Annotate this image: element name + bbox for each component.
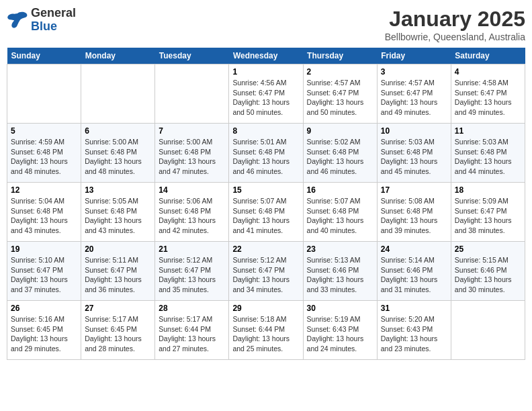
day-info: Sunrise: 5:03 AMSunset: 6:48 PMDaylight:… — [455, 137, 521, 177]
day-number: 29 — [232, 304, 299, 313]
calendar-week-2: 5Sunrise: 4:59 AMSunset: 6:48 PMDaylight… — [7, 124, 525, 183]
weekday-header-friday: Friday — [377, 48, 451, 64]
day-info: Sunrise: 5:12 AMSunset: 6:47 PMDaylight:… — [159, 255, 225, 295]
page-header: General Blue January 2025 Bellbowrie, Qu… — [7, 7, 525, 42]
calendar-week-1: 1Sunrise: 4:56 AMSunset: 6:47 PMDaylight… — [7, 64, 525, 124]
calendar-cell: 9Sunrise: 5:02 AMSunset: 6:48 PMDaylight… — [303, 124, 377, 183]
day-info: Sunrise: 5:00 AMSunset: 6:48 PMDaylight:… — [159, 137, 225, 177]
day-info: Sunrise: 5:10 AMSunset: 6:47 PMDaylight:… — [11, 255, 77, 295]
day-number: 27 — [85, 304, 151, 313]
calendar-cell — [81, 64, 155, 124]
calendar-cell: 1Sunrise: 4:56 AMSunset: 6:47 PMDaylight… — [229, 64, 303, 124]
calendar-cell: 27Sunrise: 5:17 AMSunset: 6:45 PMDayligh… — [81, 301, 155, 360]
day-info: Sunrise: 5:17 AMSunset: 6:44 PMDaylight:… — [159, 314, 225, 354]
day-info: Sunrise: 5:18 AMSunset: 6:44 PMDaylight:… — [232, 314, 299, 354]
day-info: Sunrise: 5:09 AMSunset: 6:47 PMDaylight:… — [455, 196, 521, 236]
day-info: Sunrise: 5:05 AMSunset: 6:48 PMDaylight:… — [85, 196, 151, 236]
day-info: Sunrise: 4:58 AMSunset: 6:47 PMDaylight:… — [455, 78, 521, 118]
calendar-cell: 25Sunrise: 5:15 AMSunset: 6:46 PMDayligh… — [451, 242, 525, 301]
day-info: Sunrise: 5:17 AMSunset: 6:45 PMDaylight:… — [85, 314, 151, 354]
day-number: 24 — [381, 244, 447, 254]
calendar-cell: 30Sunrise: 5:19 AMSunset: 6:43 PMDayligh… — [303, 301, 377, 360]
day-number: 3 — [381, 67, 447, 77]
day-number: 23 — [307, 244, 373, 254]
calendar-body: 1Sunrise: 4:56 AMSunset: 6:47 PMDaylight… — [7, 64, 525, 360]
day-number: 1 — [232, 67, 299, 77]
calendar-week-3: 12Sunrise: 5:04 AMSunset: 6:48 PMDayligh… — [7, 183, 525, 242]
calendar-title: January 2025 — [385, 7, 525, 32]
day-info: Sunrise: 5:08 AMSunset: 6:48 PMDaylight:… — [381, 196, 447, 236]
day-info: Sunrise: 5:02 AMSunset: 6:48 PMDaylight:… — [307, 137, 373, 177]
calendar-cell: 18Sunrise: 5:09 AMSunset: 6:47 PMDayligh… — [451, 183, 525, 242]
day-info: Sunrise: 5:20 AMSunset: 6:43 PMDaylight:… — [381, 314, 447, 354]
calendar-cell: 6Sunrise: 5:00 AMSunset: 6:48 PMDaylight… — [81, 124, 155, 183]
calendar-cell: 24Sunrise: 5:14 AMSunset: 6:46 PMDayligh… — [377, 242, 451, 301]
day-number: 22 — [232, 244, 299, 254]
calendar-cell: 10Sunrise: 5:03 AMSunset: 6:48 PMDayligh… — [377, 124, 451, 183]
calendar-cell: 13Sunrise: 5:05 AMSunset: 6:48 PMDayligh… — [81, 183, 155, 242]
day-info: Sunrise: 5:00 AMSunset: 6:48 PMDaylight:… — [85, 137, 151, 177]
day-info: Sunrise: 5:06 AMSunset: 6:48 PMDaylight:… — [159, 196, 225, 236]
calendar-cell: 15Sunrise: 5:07 AMSunset: 6:48 PMDayligh… — [229, 183, 303, 242]
day-info: Sunrise: 5:11 AMSunset: 6:47 PMDaylight:… — [85, 255, 151, 295]
day-number: 8 — [232, 126, 299, 136]
day-info: Sunrise: 4:57 AMSunset: 6:47 PMDaylight:… — [381, 78, 447, 118]
day-info: Sunrise: 5:15 AMSunset: 6:46 PMDaylight:… — [455, 255, 521, 295]
day-number: 12 — [11, 185, 77, 195]
calendar-cell: 11Sunrise: 5:03 AMSunset: 6:48 PMDayligh… — [451, 124, 525, 183]
day-number: 19 — [11, 244, 77, 254]
day-info: Sunrise: 4:59 AMSunset: 6:48 PMDaylight:… — [11, 137, 77, 177]
day-info: Sunrise: 5:14 AMSunset: 6:46 PMDaylight:… — [381, 255, 447, 295]
day-number: 16 — [307, 185, 373, 195]
calendar-cell: 4Sunrise: 4:58 AMSunset: 6:47 PMDaylight… — [451, 64, 525, 124]
calendar-cell: 19Sunrise: 5:10 AMSunset: 6:47 PMDayligh… — [7, 242, 81, 301]
day-info: Sunrise: 5:07 AMSunset: 6:48 PMDaylight:… — [307, 196, 373, 236]
calendar-table: SundayMondayTuesdayWednesdayThursdayFrid… — [7, 48, 525, 360]
day-info: Sunrise: 5:12 AMSunset: 6:47 PMDaylight:… — [232, 255, 299, 295]
day-number: 2 — [307, 67, 373, 77]
day-number: 9 — [307, 126, 373, 136]
calendar-cell: 28Sunrise: 5:17 AMSunset: 6:44 PMDayligh… — [155, 301, 229, 360]
day-number: 30 — [307, 304, 373, 313]
calendar-cell: 26Sunrise: 5:16 AMSunset: 6:45 PMDayligh… — [7, 301, 81, 360]
calendar-cell — [451, 301, 525, 360]
day-number: 21 — [159, 244, 225, 254]
weekday-header-row: SundayMondayTuesdayWednesdayThursdayFrid… — [7, 48, 525, 64]
calendar-week-4: 19Sunrise: 5:10 AMSunset: 6:47 PMDayligh… — [7, 242, 525, 301]
day-info: Sunrise: 4:57 AMSunset: 6:47 PMDaylight:… — [307, 78, 373, 118]
day-number: 13 — [85, 185, 151, 195]
title-section: January 2025 Bellbowrie, Queensland, Aus… — [385, 7, 525, 42]
day-number: 14 — [159, 185, 225, 195]
weekday-header-wednesday: Wednesday — [229, 48, 303, 64]
day-number: 7 — [159, 126, 225, 136]
calendar-cell: 17Sunrise: 5:08 AMSunset: 6:48 PMDayligh… — [377, 183, 451, 242]
calendar-cell: 29Sunrise: 5:18 AMSunset: 6:44 PMDayligh… — [229, 301, 303, 360]
calendar-subtitle: Bellbowrie, Queensland, Australia — [385, 32, 525, 42]
logo-text: General Blue — [31, 7, 76, 34]
calendar-cell: 7Sunrise: 5:00 AMSunset: 6:48 PMDaylight… — [155, 124, 229, 183]
day-info: Sunrise: 5:07 AMSunset: 6:48 PMDaylight:… — [232, 196, 299, 236]
logo-bird-icon — [7, 11, 28, 30]
day-info: Sunrise: 5:03 AMSunset: 6:48 PMDaylight:… — [381, 137, 447, 177]
logo: General Blue — [7, 7, 76, 34]
day-number: 5 — [11, 126, 77, 136]
day-number: 31 — [381, 304, 447, 313]
calendar-cell: 2Sunrise: 4:57 AMSunset: 6:47 PMDaylight… — [303, 64, 377, 124]
day-info: Sunrise: 4:56 AMSunset: 6:47 PMDaylight:… — [232, 78, 299, 118]
day-number: 26 — [11, 304, 77, 313]
day-info: Sunrise: 5:01 AMSunset: 6:48 PMDaylight:… — [232, 137, 299, 177]
day-info: Sunrise: 5:13 AMSunset: 6:46 PMDaylight:… — [307, 255, 373, 295]
calendar-cell — [7, 64, 81, 124]
day-number: 28 — [159, 304, 225, 313]
weekday-header-sunday: Sunday — [7, 48, 81, 64]
calendar-cell: 8Sunrise: 5:01 AMSunset: 6:48 PMDaylight… — [229, 124, 303, 183]
calendar-cell: 5Sunrise: 4:59 AMSunset: 6:48 PMDaylight… — [7, 124, 81, 183]
weekday-header-thursday: Thursday — [303, 48, 377, 64]
day-number: 15 — [232, 185, 299, 195]
weekday-header-monday: Monday — [81, 48, 155, 64]
day-info: Sunrise: 5:19 AMSunset: 6:43 PMDaylight:… — [307, 314, 373, 354]
calendar-cell: 31Sunrise: 5:20 AMSunset: 6:43 PMDayligh… — [377, 301, 451, 360]
day-info: Sunrise: 5:04 AMSunset: 6:48 PMDaylight:… — [11, 196, 77, 236]
day-number: 6 — [85, 126, 151, 136]
calendar-cell: 12Sunrise: 5:04 AMSunset: 6:48 PMDayligh… — [7, 183, 81, 242]
